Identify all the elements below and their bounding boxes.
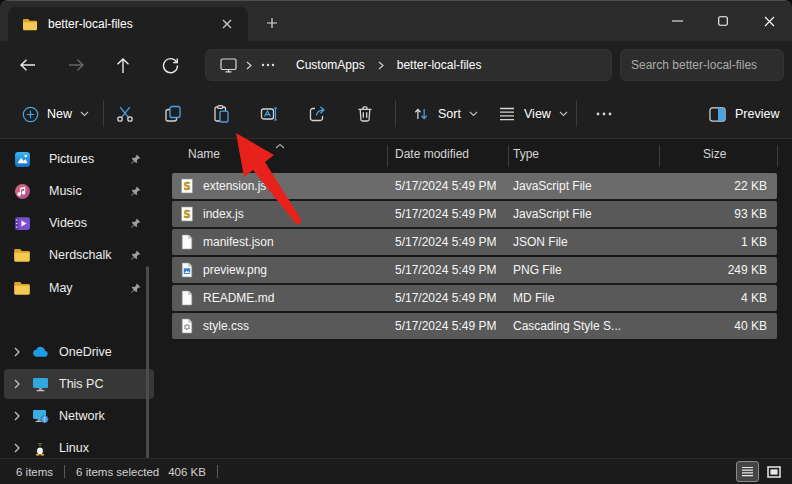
sidebar-item-pictures[interactable]: Pictures — [4, 144, 154, 174]
ellipsis-icon — [596, 112, 612, 116]
png-file-icon — [179, 262, 196, 278]
sidebar-item-label: Videos — [49, 216, 129, 230]
breadcrumb-chevron-icon — [378, 61, 384, 70]
svg-text:S: S — [183, 181, 190, 192]
file-type: MD File — [513, 291, 673, 305]
delete-button[interactable] — [347, 98, 383, 130]
music-icon — [4, 183, 40, 200]
details-view-button[interactable] — [736, 461, 759, 482]
file-name: extension.js — [203, 179, 395, 193]
js-file-icon: S — [179, 178, 196, 194]
sidebar-item-this-pc[interactable]: This PC — [4, 369, 154, 399]
search-box[interactable] — [620, 49, 784, 81]
back-button[interactable] — [12, 49, 44, 81]
breadcrumb-ellipsis[interactable] — [261, 63, 275, 67]
file-row-extension-js[interactable]: S extension.js 5/17/2024 5:49 PM JavaScr… — [172, 173, 777, 199]
sidebar-item-network[interactable]: Network — [4, 401, 154, 431]
more-options-button[interactable] — [586, 98, 622, 130]
chevron-right-icon[interactable] — [4, 347, 30, 357]
file-name: index.js — [203, 207, 395, 221]
toolbar-divider — [576, 100, 577, 127]
column-header-name[interactable]: Name — [188, 147, 220, 161]
sidebar-item-label: May — [49, 281, 129, 295]
maximize-button[interactable] — [700, 1, 746, 41]
share-button[interactable] — [299, 98, 335, 130]
pin-icon — [129, 217, 142, 230]
chevron-down-icon — [469, 111, 478, 117]
column-header-type[interactable]: Type — [513, 147, 539, 161]
sidebar-item-videos[interactable]: Videos — [4, 208, 154, 238]
sidebar-item-music[interactable]: Music — [4, 176, 154, 206]
new-button-label: New — [47, 107, 72, 121]
this-pc-icon — [30, 377, 50, 392]
file-row-index-js[interactable]: S index.js 5/17/2024 5:49 PM JavaScript … — [172, 201, 777, 227]
folder-icon — [22, 18, 38, 31]
file-row-manifest-json[interactable]: manifest.json 5/17/2024 5:49 PM JSON Fil… — [172, 229, 777, 255]
column-header-size[interactable]: Size — [703, 147, 726, 161]
tab-title: better-local-files — [48, 17, 216, 31]
column-divider[interactable] — [777, 145, 778, 167]
js-file-icon: S — [179, 206, 196, 222]
command-toolbar: New — [0, 89, 792, 139]
status-divider — [217, 465, 218, 478]
sidebar-item-may[interactable]: May — [4, 273, 154, 303]
chevron-right-icon[interactable] — [4, 379, 30, 389]
new-tab-button[interactable] — [258, 11, 286, 35]
close-button[interactable] — [746, 1, 792, 41]
sort-button-label: Sort — [438, 107, 461, 121]
up-button[interactable] — [107, 49, 139, 81]
file-date: 5/17/2024 5:49 PM — [395, 291, 513, 305]
sort-icon — [412, 105, 430, 123]
forward-button[interactable] — [60, 49, 92, 81]
file-type: JavaScript File — [513, 179, 673, 193]
column-divider[interactable] — [508, 145, 509, 167]
sidebar-item-nerdschalk[interactable]: Nerdschalk — [4, 240, 154, 270]
tab-bar: better-local-files — [0, 1, 792, 41]
sidebar-item-onedrive[interactable]: OneDrive — [4, 337, 154, 367]
large-icons-view-button[interactable] — [762, 461, 785, 482]
column-divider[interactable] — [659, 145, 660, 167]
linux-icon — [30, 440, 50, 456]
sidebar-scrollbar[interactable] — [146, 266, 149, 458]
view-button-label: View — [524, 107, 551, 121]
file-size: 93 KB — [673, 207, 777, 221]
address-bar[interactable]: CustomApps better-local-files — [205, 49, 612, 81]
new-button[interactable]: New — [14, 98, 97, 130]
column-headers: Name Date modified Type Size — [165, 141, 792, 169]
file-row-readme-md[interactable]: README.md 5/17/2024 5:49 PM MD File 4 KB — [172, 285, 777, 311]
column-divider[interactable] — [387, 145, 388, 167]
back-arrow-icon — [19, 58, 37, 72]
search-input[interactable] — [621, 58, 783, 72]
file-date: 5/17/2024 5:49 PM — [395, 235, 513, 249]
chevron-down-icon — [559, 111, 568, 117]
preview-button[interactable]: Preview — [700, 98, 787, 130]
copy-button[interactable] — [155, 98, 191, 130]
sort-ascending-icon — [275, 143, 285, 149]
doc-file-icon — [179, 234, 196, 250]
paste-button[interactable] — [203, 98, 239, 130]
breadcrumb-better-local-files[interactable]: better-local-files — [393, 55, 486, 75]
breadcrumb-customapps[interactable]: CustomApps — [292, 55, 369, 75]
file-row-style-css[interactable]: style.css 5/17/2024 5:49 PM Cascading St… — [172, 313, 777, 339]
sidebar-item-label: OneDrive — [59, 345, 154, 359]
file-date: 5/17/2024 5:49 PM — [395, 263, 513, 277]
rename-button[interactable] — [251, 98, 287, 130]
view-button[interactable]: View — [490, 98, 576, 130]
file-type: Cascading Style S... — [513, 319, 673, 333]
chevron-right-icon[interactable] — [4, 443, 30, 453]
tab-better-local-files[interactable]: better-local-files — [8, 7, 248, 41]
minimize-button[interactable] — [654, 1, 700, 41]
paste-icon — [211, 104, 231, 124]
tab-close-icon[interactable] — [216, 13, 238, 35]
cut-button[interactable] — [107, 98, 143, 130]
sort-button[interactable]: Sort — [404, 98, 486, 130]
cut-icon — [115, 104, 135, 124]
chevron-right-icon[interactable] — [4, 411, 30, 421]
column-header-date-modified[interactable]: Date modified — [395, 147, 469, 161]
this-pc-icon[interactable] — [220, 58, 237, 73]
file-row-preview-png[interactable]: preview.png 5/17/2024 5:49 PM PNG File 2… — [172, 257, 777, 283]
onedrive-icon — [30, 346, 50, 358]
file-type: JavaScript File — [513, 207, 673, 221]
refresh-button[interactable] — [154, 49, 186, 81]
plus-circle-icon — [22, 106, 39, 123]
